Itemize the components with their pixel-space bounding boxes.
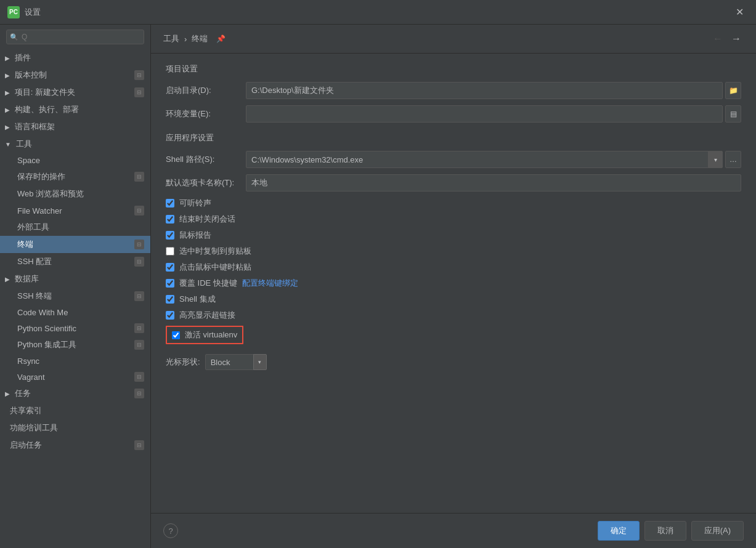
apply-button[interactable]: 应用(A) <box>691 521 744 541</box>
breadcrumb-separator: › <box>184 34 187 44</box>
sidebar-item-vagrant[interactable]: Vagrant ⊟ <box>0 369 150 385</box>
search-input[interactable] <box>6 30 144 44</box>
breadcrumb-tools: 工具 <box>163 33 179 44</box>
settings-window: PC 设置 ✕ 🔍 ▶ 插件 ▶ 版本控制 <box>0 0 756 548</box>
env-vars-input[interactable] <box>246 105 723 123</box>
audible-bell-checkbox[interactable] <box>166 199 174 208</box>
close-button[interactable]: ✕ <box>731 4 749 20</box>
highlight-links-checkbox[interactable] <box>166 311 174 320</box>
sidebar-item-tasks[interactable]: ▶ 任务 ⊟ <box>0 385 150 402</box>
back-button[interactable]: ← <box>710 32 725 46</box>
sidebar-item-external-tools[interactable]: 外部工具 <box>0 219 150 236</box>
override-ide-checkbox[interactable] <box>166 279 174 288</box>
cursor-shape-select[interactable]: Block Underline Bar <box>205 354 267 370</box>
sidebar-item-space[interactable]: Space <box>0 153 150 168</box>
settings-icon: ⊟ <box>134 340 144 350</box>
startup-dir-input[interactable] <box>246 82 723 99</box>
settings-icon: ⊟ <box>134 257 144 267</box>
sidebar-item-lang[interactable]: ▶ 语言和框架 <box>0 118 150 135</box>
sidebar-item-plugins[interactable]: ▶ 插件 <box>0 49 150 66</box>
sidebar-item-code-with-me[interactable]: Code With Me <box>0 305 150 320</box>
cursor-shape-label: 光标形状: <box>166 357 200 368</box>
arrow-icon: ▼ <box>5 141 11 148</box>
settings-icon: ⊟ <box>134 206 144 216</box>
sidebar-item-terminal[interactable]: 终端 ⊟ <box>0 236 150 253</box>
checkbox-override-ide: 覆盖 IDE 快捷键 配置终端键绑定 <box>166 278 741 289</box>
nav-arrows: ← → <box>710 32 744 46</box>
arrow-icon: ▶ <box>5 72 10 79</box>
title-bar: PC 设置 ✕ <box>0 0 756 25</box>
audible-bell-label: 可听铃声 <box>179 198 211 209</box>
startup-dir-folder-btn[interactable]: 📁 <box>725 82 741 99</box>
shell-path-browse-btn[interactable]: … <box>725 151 741 168</box>
project-settings-title: 项目设置 <box>166 63 741 75</box>
sidebar-item-ssh-config[interactable]: SSH 配置 ⊟ <box>0 253 150 270</box>
sidebar-item-file-watcher[interactable]: File Watcher ⊟ <box>0 203 150 219</box>
shell-integration-checkbox[interactable] <box>166 295 174 304</box>
checkbox-paste-middle: 点击鼠标中键时粘贴 <box>166 262 741 273</box>
main-content: 工具 › 终端 📌 ← → 项目设置 启动目录(D): 📁 <box>151 25 756 548</box>
sidebar-item-python-scientific[interactable]: Python Scientific ⊟ <box>0 320 150 336</box>
sidebar-item-tools[interactable]: ▼ 工具 <box>0 135 150 153</box>
help-button[interactable]: ? <box>163 523 178 538</box>
override-ide-label: 覆盖 IDE 快捷键 <box>179 278 237 289</box>
shell-integration-label: Shell 集成 <box>179 294 216 305</box>
sidebar-item-rsync[interactable]: Rsync <box>0 353 150 369</box>
sidebar-item-startup-tasks[interactable]: 启动任务 ⊟ <box>0 437 150 454</box>
shell-path-control: C:\Windows\system32\cmd.exe ▾ … <box>246 151 741 168</box>
search-icon: 🔍 <box>10 33 18 41</box>
checkbox-highlight-links: 高亮显示超链接 <box>166 310 741 321</box>
sidebar-item-shared-index[interactable]: 共享索引 <box>0 402 150 419</box>
search-box: 🔍 <box>6 30 144 44</box>
sidebar-item-vcs[interactable]: ▶ 版本控制 ⊟ <box>0 66 150 84</box>
settings-icon: ⊟ <box>134 172 144 182</box>
app-settings-title: 应用程序设置 <box>166 132 741 143</box>
virtualenv-row: 激活 virtualenv <box>166 326 243 344</box>
settings-icon: ⊟ <box>134 240 144 249</box>
breadcrumb: 工具 › 终端 📌 ← → <box>151 25 756 54</box>
app-icon: PC <box>7 6 20 18</box>
mouse-report-checkbox[interactable] <box>166 231 174 240</box>
sidebar-item-build[interactable]: ▶ 构建、执行、部署 <box>0 101 150 118</box>
footer-left: ? <box>163 523 593 538</box>
env-vars-control: ▤ <box>246 105 741 123</box>
startup-dir-control: 📁 <box>246 82 741 99</box>
cancel-button[interactable]: 取消 <box>644 521 686 541</box>
sidebar-item-ssh-terminal[interactable]: SSH 终端 ⊟ <box>0 288 150 305</box>
highlight-links-label: 高亮显示超链接 <box>179 310 235 321</box>
copy-select-checkbox[interactable] <box>166 247 174 256</box>
settings-icon: ⊟ <box>134 70 144 80</box>
arrow-icon: ▶ <box>5 276 10 283</box>
arrow-icon: ▶ <box>5 107 10 113</box>
settings-icon: ⊟ <box>134 389 144 398</box>
virtualenv-container: 激活 virtualenv <box>166 326 741 349</box>
close-session-checkbox[interactable] <box>166 215 174 224</box>
sidebar-item-python-integrated[interactable]: Python 集成工具 ⊟ <box>0 336 150 353</box>
checkbox-shell-integration: Shell 集成 <box>166 294 741 305</box>
sidebar-item-database[interactable]: ▶ 数据库 <box>0 270 150 288</box>
configure-keymap-link[interactable]: 配置终端键绑定 <box>242 278 298 289</box>
shell-path-select[interactable]: C:\Windows\system32\cmd.exe <box>246 151 723 168</box>
startup-dir-label: 启动目录(D): <box>166 85 246 96</box>
paste-middle-checkbox[interactable] <box>166 263 174 272</box>
sidebar-item-training-tools[interactable]: 功能培训工具 <box>0 419 150 437</box>
sidebar-item-web-browser[interactable]: Web 浏览器和预览 <box>0 185 150 203</box>
default-tab-control <box>246 174 741 191</box>
settings-body: 项目设置 启动目录(D): 📁 环境变量(E): ▤ <box>151 54 756 513</box>
virtualenv-checkbox[interactable] <box>172 331 180 339</box>
sidebar-item-project[interactable]: ▶ 项目: 新建文件夹 ⊟ <box>0 84 150 101</box>
settings-icon: ⊟ <box>134 87 144 97</box>
default-tab-input[interactable] <box>246 174 741 191</box>
env-vars-table-btn[interactable]: ▤ <box>725 105 741 123</box>
breadcrumb-terminal: 终端 <box>192 33 208 44</box>
checkbox-audible-bell: 可听铃声 <box>166 198 741 209</box>
confirm-button[interactable]: 确定 <box>598 521 640 541</box>
shell-path-label: Shell 路径(S): <box>166 154 246 165</box>
shell-select-wrapper: C:\Windows\system32\cmd.exe ▾ <box>246 151 723 168</box>
copy-select-label: 选中时复制到剪贴板 <box>179 246 251 257</box>
forward-button[interactable]: → <box>729 32 744 46</box>
env-vars-row: 环境变量(E): ▤ <box>166 105 741 123</box>
pin-icon[interactable]: 📌 <box>216 34 226 43</box>
cursor-shape-row: 光标形状: Block Underline Bar ▾ <box>166 354 741 370</box>
sidebar-item-save-actions[interactable]: 保存时的操作 ⊟ <box>0 168 150 185</box>
